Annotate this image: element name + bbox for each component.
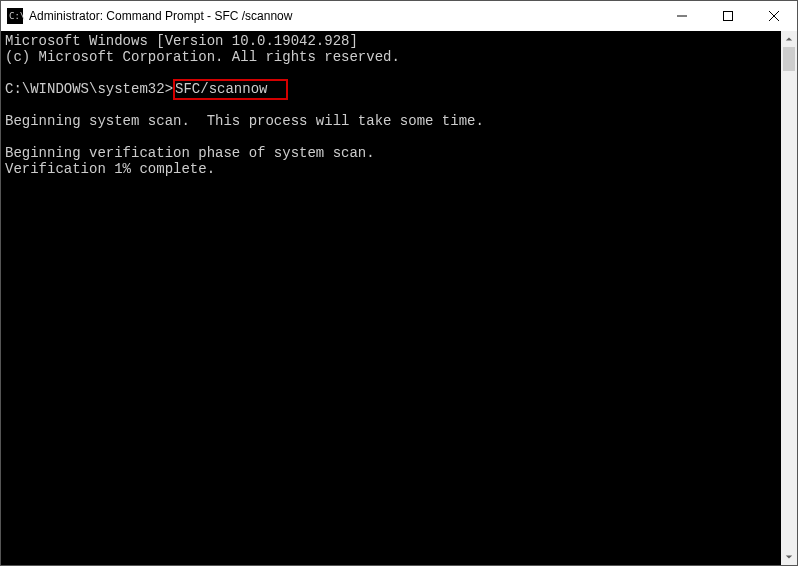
version-line: Microsoft Windows [Version 10.0.19042.92… xyxy=(5,33,358,49)
scroll-down-button[interactable] xyxy=(781,549,797,565)
vertical-scrollbar[interactable] xyxy=(781,31,797,565)
command-prompt-window: C:\ Administrator: Command Prompt - SFC … xyxy=(0,0,798,566)
titlebar[interactable]: C:\ Administrator: Command Prompt - SFC … xyxy=(1,1,797,31)
close-button[interactable] xyxy=(751,1,797,31)
terminal-output[interactable]: Microsoft Windows [Version 10.0.19042.92… xyxy=(1,31,781,565)
scrollbar-track[interactable] xyxy=(781,47,797,549)
verification-progress-line: Verification 1% complete. xyxy=(5,161,215,177)
command-text: SFC/scannow xyxy=(175,81,267,97)
command-highlight: SFC/scannow xyxy=(173,79,288,100)
scan-begin-line: Beginning system scan. This process will… xyxy=(5,113,484,129)
maximize-button[interactable] xyxy=(705,1,751,31)
copyright-line: (c) Microsoft Corporation. All rights re… xyxy=(5,49,400,65)
scroll-up-button[interactable] xyxy=(781,31,797,47)
window-title: Administrator: Command Prompt - SFC /sca… xyxy=(29,9,292,23)
svg-rect-1 xyxy=(724,12,733,21)
verification-phase-line: Beginning verification phase of system s… xyxy=(5,145,375,161)
minimize-button[interactable] xyxy=(659,1,705,31)
client-area: Microsoft Windows [Version 10.0.19042.92… xyxy=(1,31,797,565)
scrollbar-thumb[interactable] xyxy=(783,47,795,71)
prompt-line: C:\WINDOWS\system32>SFC/scannow xyxy=(5,79,288,100)
cmd-icon: C:\ xyxy=(7,8,23,24)
prompt-prefix: C:\WINDOWS\system32> xyxy=(5,81,173,97)
